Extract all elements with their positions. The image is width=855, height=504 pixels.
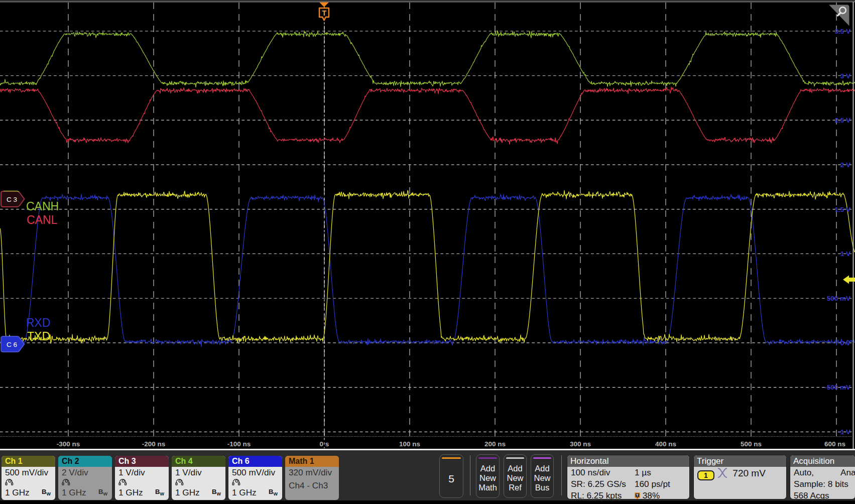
svg-text:2.5 V: 2.5 V (834, 116, 850, 124)
svg-text:0 V: 0 V (840, 339, 850, 347)
svg-text:RXD: RXD (26, 316, 51, 329)
svg-text:3.5 V: 3.5 V (834, 28, 850, 35)
svg-text:C 6: C 6 (7, 341, 17, 348)
svg-text:300 ns: 300 ns (570, 440, 591, 448)
svg-text:-200 ns: -200 ns (142, 440, 166, 448)
svg-text:3 V: 3 V (840, 72, 850, 80)
svg-text:500 ns: 500 ns (741, 440, 762, 448)
svg-text:400 ns: 400 ns (655, 440, 676, 448)
svg-text:-300 ns: -300 ns (57, 440, 80, 448)
svg-text:T: T (322, 9, 326, 17)
svg-text:-1 V: -1 V (838, 428, 850, 436)
svg-text:CANL: CANL (27, 213, 58, 226)
svg-text:C 3: C 3 (7, 196, 17, 203)
svg-text:1.5 V: 1.5 V (834, 206, 850, 213)
svg-text:-500 mV: -500 mV (824, 384, 850, 391)
svg-text:500 mV: 500 mV (827, 295, 850, 302)
svg-text:TXD: TXD (27, 330, 50, 343)
svg-text:1 V: 1 V (840, 250, 850, 258)
svg-text:CANH: CANH (26, 200, 59, 213)
svg-text:600 ns: 600 ns (824, 440, 845, 448)
svg-text:T: T (636, 493, 639, 497)
svg-text:200 ns: 200 ns (484, 440, 506, 448)
svg-text:0 s: 0 s (320, 440, 329, 448)
svg-text:2 V: 2 V (840, 161, 850, 169)
svg-text:-100 ns: -100 ns (227, 440, 251, 448)
svg-text:100 ns: 100 ns (399, 440, 420, 448)
